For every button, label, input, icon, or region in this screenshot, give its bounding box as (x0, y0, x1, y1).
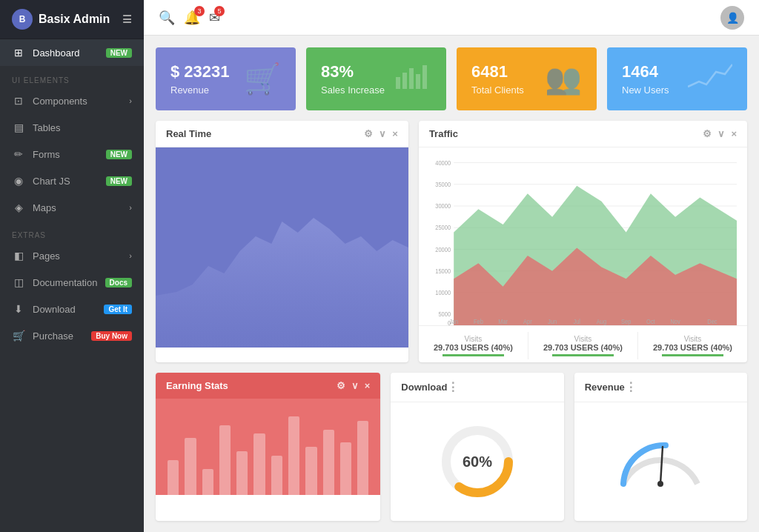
svg-text:Aug: Aug (597, 317, 607, 325)
sidebar-item-pages[interactable]: ◧ Pages › (0, 242, 144, 269)
svg-text:Dec: Dec (707, 317, 717, 325)
notification-bell[interactable]: 🔔 3 (184, 10, 200, 26)
sidebar-item-purchase[interactable]: 🛒 Purchase Buy Now (0, 322, 144, 349)
svg-rect-4 (422, 65, 427, 89)
more-icon[interactable]: ⋮ (625, 380, 637, 394)
chevron-right-icon: › (129, 251, 132, 260)
trend-up-icon (688, 61, 732, 97)
download-chart: 60% (391, 402, 563, 521)
forms-icon: ✏ (12, 148, 25, 160)
dashboard-badge: NEW (106, 48, 132, 58)
sidebar-item-label: Forms (33, 149, 60, 160)
earning-bar (253, 433, 265, 495)
stat-card-text: 6481 Total Clients (471, 62, 524, 96)
chart-icon: ◉ (12, 175, 25, 187)
revenue-widget: Revenue ⋮ (574, 373, 747, 521)
avatar[interactable]: 👤 (720, 6, 744, 30)
footer-label-3: Visits (641, 335, 744, 343)
content-area: $ 23231 Revenue 🛒 83% Sales Increase (144, 36, 759, 532)
download-icon: ⬇ (12, 303, 25, 315)
sidebar-item-label: Download (33, 304, 76, 315)
svg-text:10000: 10000 (435, 288, 451, 296)
footer-value-1: 29.703 USERS (40%) (422, 343, 525, 352)
stat-card-clients: 6481 Total Clients 👥 (457, 47, 597, 110)
mail-icon[interactable]: ✉ 5 (209, 10, 220, 26)
more-icon[interactable]: ⋮ (447, 380, 459, 394)
traffic-widget-header: Traffic ⚙ ∨ × (419, 121, 747, 147)
sidebar-item-maps[interactable]: ◈ Maps › (0, 194, 144, 221)
traffic-widget: Traffic ⚙ ∨ × (419, 121, 747, 362)
close-icon[interactable]: × (392, 128, 398, 139)
forms-badge: NEW (106, 150, 132, 159)
stat-cards-row: $ 23231 Revenue 🛒 83% Sales Increase (156, 47, 747, 110)
earning-title: Earning Stats (166, 380, 228, 391)
sidebar-item-label: Tables (33, 122, 61, 133)
chartjs-badge: NEW (106, 176, 132, 186)
sidebar-item-label: Maps (33, 202, 56, 213)
svg-rect-0 (396, 77, 400, 89)
svg-marker-5 (156, 218, 408, 348)
sales-label: Sales Increase (321, 84, 385, 96)
logo-initial: B (19, 14, 26, 24)
earning-bar (168, 460, 179, 495)
menu-toggle-icon[interactable]: ☰ (122, 13, 132, 25)
stat-card-newusers: 1464 New Users (607, 47, 747, 110)
revenue-chart (574, 402, 747, 521)
svg-text:Oct: Oct (646, 317, 655, 325)
sidebar-item-documentation[interactable]: ◫ Documentation Docs (0, 269, 144, 296)
download-title: Download (401, 382, 447, 393)
settings-icon[interactable]: ⚙ (364, 128, 373, 139)
earning-widget: Earning Stats ⚙ ∨ × (156, 373, 380, 521)
earning-bar (323, 430, 334, 496)
close-icon[interactable]: × (365, 380, 371, 391)
earning-chart (156, 399, 380, 495)
traffic-footer-item-1: Visits 29.703 USERS (40%) (419, 332, 528, 359)
earning-bar (340, 442, 351, 495)
collapse-icon[interactable]: ∨ (379, 128, 386, 139)
charts-row-2: Earning Stats ⚙ ∨ × (156, 373, 747, 521)
sidebar: B Basix Admin ☰ ⊞ Dashboard NEW UI ELEME… (0, 0, 144, 532)
svg-text:35000: 35000 (435, 180, 451, 188)
header: 🔍 🔔 3 ✉ 5 👤 (144, 0, 759, 36)
settings-icon[interactable]: ⚙ (337, 380, 345, 391)
bar-chart-icon (394, 62, 431, 96)
close-icon[interactable]: × (731, 128, 737, 139)
header-icon-group: 🔔 3 ✉ 5 (184, 10, 220, 26)
logo-icon: B (12, 9, 33, 30)
footer-value-2: 29.703 USERS (40%) (531, 343, 634, 352)
search-icon[interactable]: 🔍 (159, 10, 175, 26)
sidebar-item-tables[interactable]: ▤ Tables (0, 114, 144, 141)
sidebar-item-chartjs[interactable]: ◉ Chart JS NEW (0, 167, 144, 194)
sidebar-item-download[interactable]: ⬇ Download Get It (0, 296, 144, 322)
traffic-title: Traffic (429, 128, 458, 139)
sidebar-item-components[interactable]: ⊡ Components › (0, 87, 144, 114)
sidebar-item-forms[interactable]: ✏ Forms NEW (0, 141, 144, 167)
components-icon: ⊡ (12, 95, 25, 107)
pages-icon: ◧ (12, 250, 25, 262)
revenue-label: Revenue (170, 84, 230, 96)
realtime-widget: Real Time ⚙ ∨ × (156, 121, 408, 362)
earning-bar (185, 438, 196, 495)
earning-header-icons: ⚙ ∨ × (337, 380, 371, 391)
sidebar-item-label: Dashboard (33, 47, 80, 59)
download-widget: Download ⋮ 60% (391, 373, 563, 521)
footer-bar-3 (662, 354, 723, 356)
footer-label-1: Visits (422, 335, 525, 343)
purchase-icon: 🛒 (12, 330, 25, 342)
collapse-icon[interactable]: ∨ (351, 380, 359, 391)
cart-icon: 🛒 (244, 61, 281, 96)
traffic-header-icons: ⚙ ∨ × (703, 128, 737, 139)
svg-text:Feb: Feb (474, 317, 483, 325)
charts-row-1: Real Time ⚙ ∨ × (156, 121, 747, 362)
collapse-icon[interactable]: ∨ (717, 128, 725, 139)
settings-icon[interactable]: ⚙ (703, 128, 712, 139)
svg-rect-1 (402, 73, 407, 89)
earning-bar (357, 421, 368, 495)
earning-bar (271, 456, 282, 495)
svg-text:20000: 20000 (435, 245, 451, 253)
sidebar-item-label: Chart JS (33, 176, 70, 187)
svg-text:25000: 25000 (435, 224, 451, 232)
chevron-right-icon: › (129, 96, 132, 105)
sidebar-item-dashboard[interactable]: ⊞ Dashboard NEW (0, 39, 144, 66)
sidebar-logo: B Basix Admin ☰ (0, 0, 144, 39)
